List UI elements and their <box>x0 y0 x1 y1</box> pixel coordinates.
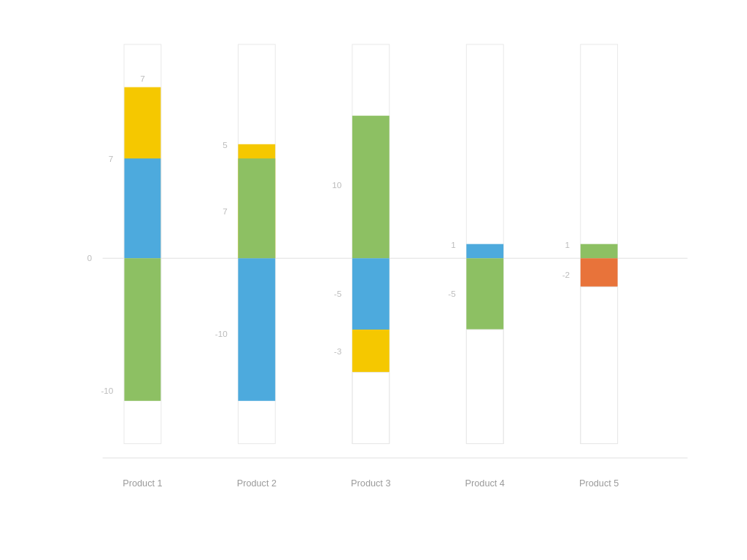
bar-p5-green <box>581 244 618 259</box>
x-label-p3: Product 3 <box>351 478 390 489</box>
x-label-p2: Product 2 <box>237 478 276 489</box>
bar-p5-outline-bottom <box>581 287 618 443</box>
y-axis-zero: 0 <box>87 253 92 262</box>
label-p3-blue: -5 <box>334 289 342 298</box>
bar-p4-outline-bottom <box>466 330 503 443</box>
label-p2-blue: -10 <box>215 329 228 338</box>
chart-area: 0 7 -10 7 <box>60 28 702 502</box>
chart-container: 0 7 -10 7 <box>16 14 731 546</box>
bar-p4-blue <box>466 244 503 259</box>
bar-p2-green <box>238 158 275 258</box>
bar-p3-outline-bottom <box>352 373 390 444</box>
label-p4-blue: 1 <box>451 240 456 249</box>
label-p2-green: 7 <box>222 206 228 216</box>
bar-p3-green <box>352 116 390 259</box>
label-p1-green: -10 <box>101 386 113 395</box>
label-p2-yellow: 5 <box>222 140 228 149</box>
label-p1-yellow: 7 <box>140 74 145 83</box>
x-label-p1: Product 1 <box>123 478 162 489</box>
x-label-p5: Product 5 <box>579 478 619 489</box>
label-p5-orange: -2 <box>562 270 570 279</box>
chart-svg: 0 7 -10 7 <box>60 28 702 502</box>
bar-p2-blue <box>238 258 275 401</box>
bar-p1-blue <box>124 158 161 258</box>
label-p1-blue: 7 <box>109 154 114 163</box>
bar-p4-green <box>466 258 503 330</box>
bar-p5-orange <box>581 258 618 287</box>
label-p3-yellow: -3 <box>334 346 341 356</box>
bar-p1-green <box>124 258 161 401</box>
bar-p3-blue <box>352 258 390 330</box>
x-label-p4: Product 4 <box>465 478 505 489</box>
label-p5-green: 1 <box>565 240 570 249</box>
bar-p3-yellow <box>352 330 390 373</box>
label-p3-green: 10 <box>332 180 342 190</box>
label-p4-green: -5 <box>448 289 456 298</box>
